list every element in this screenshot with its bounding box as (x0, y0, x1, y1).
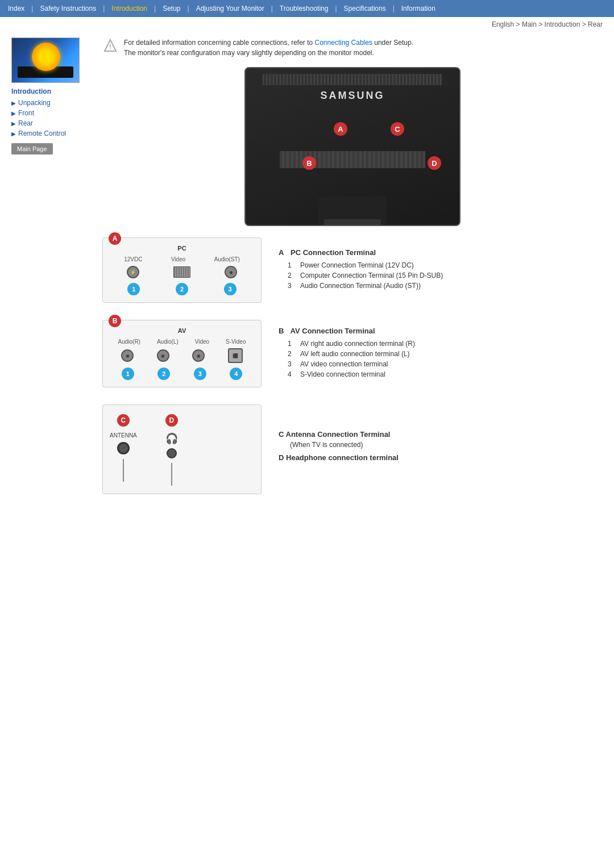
top-navigation: Index | Safety Instructions | Introducti… (0, 0, 614, 17)
arrow-icon-front: ▶ (11, 110, 16, 116)
note-text: For detailed information concerning cabl… (124, 37, 413, 58)
section-D-info: D Headphone connection terminal (279, 453, 603, 464)
sidebar-item-remote-control[interactable]: ▶ Remote Control (11, 128, 91, 139)
power-port: ⚡ (127, 266, 139, 278)
port-num-B2: 2 (157, 368, 170, 380)
list-item: 4 S-Video connection terminal (288, 370, 603, 378)
section-B-image: B AV Audio(R) Audio(L) Video S-Video ◉ ◉… (102, 320, 262, 387)
terminal-label-A: A (109, 232, 121, 245)
port-icons-A: ⚡ ◉ (110, 266, 254, 278)
terminal-label-D: D (165, 414, 178, 427)
nav-safety[interactable]: Safety Instructions (38, 3, 98, 14)
nav-introduction[interactable]: Introduction (109, 3, 150, 14)
terminal-title-B: AV (110, 327, 254, 334)
monitor-stand (318, 197, 387, 225)
sidebar-flower (32, 43, 60, 71)
list-item: 3 AV video connection terminal (288, 360, 603, 368)
sidebar: Introduction ▶ Unpacking ▶ Front ▶ Rear … (11, 37, 91, 511)
monitor-image-area: SAMSUNG A B C D (102, 67, 603, 226)
section-C-info: C Antenna Connection Terminal (When TV i… (279, 430, 603, 449)
terminal-label-C: C (117, 414, 130, 427)
cd-col-D: D 🎧 (165, 414, 178, 487)
terminal-label-B: B (109, 315, 121, 327)
headphone-cable (171, 463, 172, 486)
antenna-label: ANTENNA (110, 432, 137, 439)
badge-A: A (334, 122, 347, 136)
audio-port-A: ◉ (225, 266, 237, 278)
section-A-header: A PC Connection Terminal (279, 248, 603, 257)
port-num-B1: 1 (122, 368, 134, 380)
main-layout: Introduction ▶ Unpacking ▶ Front ▶ Rear … (0, 32, 614, 517)
section-A-text: A PC Connection Terminal 1 Power Connect… (279, 237, 603, 303)
list-item: 2 AV left audio connection terminal (L) (288, 350, 603, 358)
note-box: ! For detailed information concerning ca… (102, 37, 603, 58)
antenna-cable (123, 459, 124, 482)
content-area: ! For detailed information concerning ca… (102, 37, 603, 511)
arrow-icon-rear: ▶ (11, 120, 16, 127)
nav-setup[interactable]: Setup (160, 3, 182, 14)
nav-index[interactable]: Index (6, 3, 27, 14)
arrow-icon-unpacking: ▶ (11, 100, 16, 106)
sidebar-item-rear[interactable]: ▶ Rear (11, 118, 91, 128)
nav-information[interactable]: Information (399, 3, 438, 14)
section-CD-image: C ANTENNA D 🎧 (102, 404, 262, 494)
connecting-cables-link[interactable]: Connecting Cables (315, 39, 372, 47)
main-page-button[interactable]: Main Page (11, 143, 53, 155)
audio-L-port: ◉ (157, 349, 169, 362)
port-num-B4: 4 (230, 368, 242, 380)
vga-port (173, 266, 190, 278)
note-icon: ! (102, 37, 118, 53)
section-A: A PC 12VDC Video Audio(ST) ⚡ ◉ 1 2 (102, 237, 603, 303)
badge-B: B (302, 156, 316, 170)
terminal-box-A: A PC 12VDC Video Audio(ST) ⚡ ◉ 1 2 (102, 237, 262, 303)
cd-terminal-box: C ANTENNA D 🎧 (102, 404, 262, 494)
port-row (280, 151, 425, 168)
headphone-port (167, 448, 177, 458)
section-C-subtitle: (When TV is connected) (279, 441, 603, 449)
video-port: ◉ (192, 349, 205, 362)
nav-adjusting[interactable]: Adjusting Your Monitor (194, 3, 267, 14)
section-C-header: C Antenna Connection Terminal (279, 430, 603, 439)
list-item: 1 AV right audio connection terminal (R) (288, 340, 603, 348)
section-A-list: 1 Power Connection Terminal (12V DC) 2 C… (279, 261, 603, 292)
port-icons-B: ◉ ◉ ◉ ⬛ (110, 348, 254, 363)
headphone-icon: 🎧 (165, 432, 178, 445)
port-labels-B: Audio(R) Audio(L) Video S-Video (110, 339, 254, 345)
section-B-list: 1 AV right audio connection terminal (R)… (279, 340, 603, 381)
nav-sep-4: | (185, 3, 192, 14)
list-item: 1 Power Connection Terminal (12V DC) (288, 261, 603, 269)
svg-text:!: ! (109, 43, 111, 51)
section-B-header: B AV Connection Terminal (279, 327, 603, 335)
arrow-icon-remote: ▶ (11, 131, 16, 137)
port-labels-A: 12VDC Video Audio(ST) (110, 256, 254, 262)
nav-specifications[interactable]: Specifications (342, 3, 388, 14)
list-item: 2 Computer Connection Terminal (15 Pin D… (288, 272, 603, 279)
port-numbers-A: 1 2 3 (110, 283, 254, 295)
badge-D: D (428, 156, 441, 170)
antenna-port (117, 442, 130, 454)
terminal-box-B: B AV Audio(R) Audio(L) Video S-Video ◉ ◉… (102, 320, 262, 387)
badge-C: C (391, 122, 404, 136)
monitor-rear-image: SAMSUNG A B C D (244, 67, 460, 226)
terminal-title-A: PC (110, 245, 254, 252)
nav-sep-2: | (101, 3, 107, 14)
port-num-3: 3 (224, 283, 237, 295)
svideo-port: ⬛ (228, 348, 243, 363)
section-D-header: D Headphone connection terminal (279, 453, 603, 462)
nav-sep-3: | (152, 3, 158, 14)
section-A-image: A PC 12VDC Video Audio(ST) ⚡ ◉ 1 2 (102, 237, 262, 303)
section-CD-text: C Antenna Connection Terminal (When TV i… (279, 404, 603, 494)
section-B: B AV Audio(R) Audio(L) Video S-Video ◉ ◉… (102, 320, 603, 387)
nav-sep-6: | (333, 3, 339, 14)
monitor-top-vent (263, 74, 442, 85)
nav-sep-7: | (391, 3, 397, 14)
section-CD: C ANTENNA D 🎧 (102, 404, 603, 494)
nav-troubleshooting[interactable]: Troubleshooting (277, 3, 331, 14)
sidebar-item-unpacking[interactable]: ▶ Unpacking (11, 98, 91, 108)
audio-R-port: ◉ (121, 349, 134, 362)
port-num-1: 1 (127, 283, 140, 295)
section-B-text: B AV Connection Terminal 1 AV right audi… (279, 320, 603, 387)
nav-sep-1: | (29, 3, 35, 14)
sidebar-logo (11, 37, 80, 83)
sidebar-item-front[interactable]: ▶ Front (11, 108, 91, 118)
